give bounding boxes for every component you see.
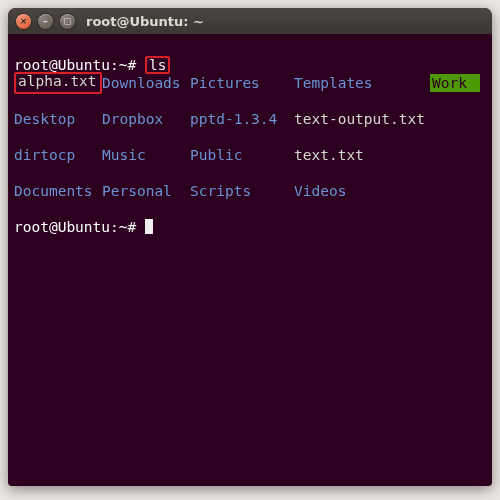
prompt-user: root@Ubuntu (14, 219, 110, 235)
close-icon[interactable]: × (16, 14, 31, 29)
command-ls: ls (145, 56, 170, 74)
file-text-txt: text.txt (294, 146, 430, 164)
dir-dirtocp: dirtocp (14, 146, 102, 164)
ls-row-3: DocumentsPersonalScriptsVideos (14, 182, 486, 200)
terminal-window: × – ▢ root@Ubuntu: ~ root@Ubuntu:~# ls a… (8, 8, 492, 486)
prompt-path: ~ (119, 219, 128, 235)
ls-row-2: dirtocpMusicPublictext.txt (14, 146, 486, 164)
file-text-output: text-output.txt (294, 110, 430, 128)
dir-work: Work (430, 74, 480, 92)
dir-music: Music (102, 146, 190, 164)
dir-pptpd: pptd-1.3.4 (190, 110, 294, 128)
dir-desktop: Desktop (14, 110, 102, 128)
terminal-body[interactable]: root@Ubuntu:~# ls alpha.txtDownloadsPict… (8, 34, 492, 260)
ls-row-1: DesktopDropboxpptd-1.3.4text-output.txt (14, 110, 486, 128)
minimize-icon[interactable]: – (38, 14, 53, 29)
dir-public: Public (190, 146, 294, 164)
dir-personal: Personal (102, 182, 190, 200)
titlebar[interactable]: × – ▢ root@Ubuntu: ~ (8, 8, 492, 34)
dir-pictures: Pictures (190, 74, 294, 92)
cursor-icon (145, 219, 153, 234)
dir-dropbox: Dropbox (102, 110, 190, 128)
ls-row-0: alpha.txtDownloadsPicturesTemplatesWork (14, 74, 486, 92)
dir-downloads: Downloads (102, 74, 190, 92)
prompt-line-2: root@Ubuntu:~# (14, 219, 153, 235)
dir-documents: Documents (14, 182, 102, 200)
prompt-path: ~ (119, 57, 128, 73)
prompt-user: root@Ubuntu (14, 57, 110, 73)
prompt-line-1: root@Ubuntu:~# ls (14, 57, 170, 73)
maximize-icon[interactable]: ▢ (60, 14, 75, 29)
dir-templates: Templates (294, 74, 430, 92)
dir-scripts: Scripts (190, 182, 294, 200)
file-alpha-txt: alpha.txt (14, 72, 102, 94)
dir-videos: Videos (294, 182, 430, 200)
window-title: root@Ubuntu: ~ (86, 14, 204, 29)
